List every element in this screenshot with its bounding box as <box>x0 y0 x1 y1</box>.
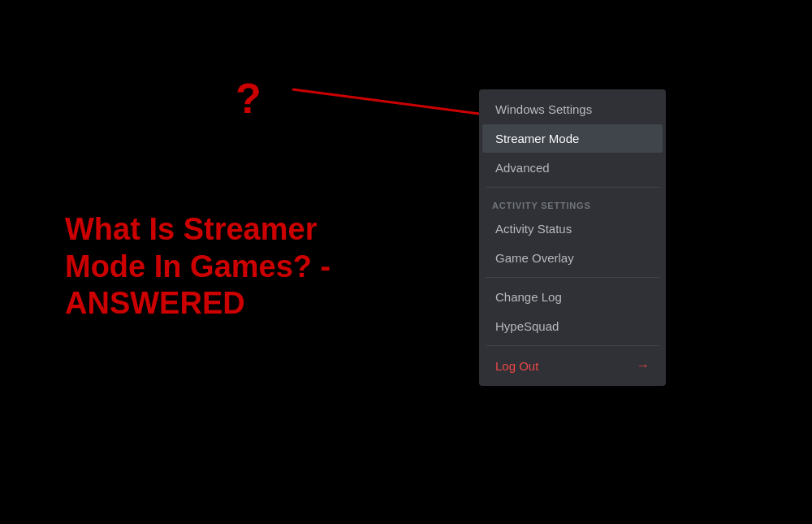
logout-icon: → <box>637 358 650 373</box>
menu-item-label: HypeSquad <box>495 319 559 333</box>
sidebar-item-change-log[interactable]: Change Log <box>482 283 663 311</box>
menu-item-label: Windows Settings <box>495 102 592 116</box>
menu-item-label: Log Out <box>495 359 538 373</box>
menu-item-label: Streamer Mode <box>495 132 579 145</box>
sidebar-item-windows-settings[interactable]: Windows Settings <box>482 95 663 123</box>
sidebar-item-log-out[interactable]: Log Out → <box>482 351 663 380</box>
arrow-svg <box>244 65 503 146</box>
menu-item-label: Game Overlay <box>495 251 574 265</box>
headline-text: What Is Streamer Mode In Games? - ANSWER… <box>65 211 330 323</box>
sidebar-item-hypesquad[interactable]: HypeSquad <box>482 312 663 340</box>
menu-item-label: Activity Status <box>495 222 572 236</box>
sidebar-item-streamer-mode[interactable]: Streamer Mode <box>482 124 663 153</box>
main-content: ? What Is Streamer Mode In Games? - ANSW… <box>0 0 812 524</box>
menu-divider-2 <box>486 277 659 278</box>
settings-menu: Windows Settings Streamer Mode Advanced … <box>479 89 666 386</box>
menu-item-label: Advanced <box>495 161 550 175</box>
sidebar-item-advanced[interactable]: Advanced <box>482 154 663 182</box>
sidebar-item-activity-status[interactable]: Activity Status <box>482 214 663 243</box>
menu-divider-3 <box>486 345 659 346</box>
menu-divider-1 <box>486 187 659 188</box>
section-header-activity: ACTIVITY SETTINGS <box>479 193 666 214</box>
sidebar-item-game-overlay[interactable]: Game Overlay <box>482 244 663 272</box>
svg-line-0 <box>292 89 479 114</box>
menu-item-label: Change Log <box>495 290 562 304</box>
